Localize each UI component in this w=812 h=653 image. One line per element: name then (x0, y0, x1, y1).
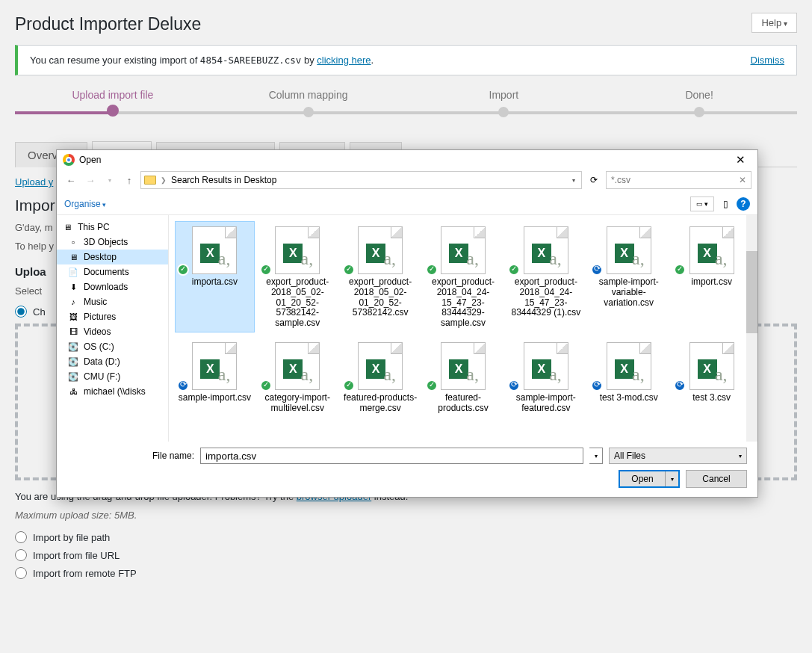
upload-sublink[interactable]: Upload y (15, 176, 53, 188)
file-item[interactable]: Xa,featured-products.csv (424, 337, 503, 418)
file-item[interactable]: Xa,featured-products-merge.csv (341, 337, 421, 418)
open-dropdown[interactable]: ▾ (665, 471, 678, 486)
breadcrumb[interactable]: ❯ Search Results in Desktop ▾ (140, 171, 582, 189)
sidebar-item[interactable]: 💽CMU (F:) (57, 369, 168, 384)
file-name: featured-products-merge.csv (343, 393, 418, 414)
file-name: test 3-mod.csv (591, 393, 666, 403)
folder-icon: 💽 (67, 356, 79, 367)
search-input[interactable]: *.csv ✕ (606, 171, 751, 189)
resume-link[interactable]: clicking here (317, 55, 371, 66)
check-icon (177, 264, 189, 276)
preview-pane-button[interactable]: ▯ (717, 196, 734, 211)
breadcrumb-dropdown[interactable]: ▾ (569, 177, 578, 184)
file-item[interactable]: Xa,export_product-2018_04_24-15_47_23-83… (506, 221, 586, 332)
check-icon (260, 264, 272, 276)
notice-text: You can resume your existing import of (30, 55, 200, 66)
file-name: export_product-2018_04_24-15_47_23-83444… (508, 277, 583, 318)
excel-icon: X (532, 244, 551, 263)
forward-button[interactable]: → (82, 172, 99, 188)
file-name: import.csv (674, 277, 749, 288)
file-item[interactable]: Xa,sample-import-featured.csv (506, 337, 586, 418)
stepper: Upload import file Column mapping Import… (15, 89, 797, 110)
file-name: export_product-2018_04_24-15_47_23-83444… (426, 277, 501, 329)
file-name: sample-import-featured.csv (508, 393, 583, 414)
sidebar-item[interactable]: ▫3D Objects (57, 235, 168, 250)
file-item[interactable]: Xa,category-import-multilevel.csv (258, 337, 338, 418)
sidebar-item[interactable]: 🖧michael (\\disks (57, 384, 168, 399)
cancel-button[interactable]: Cancel (686, 470, 747, 488)
choose-file-radio[interactable] (15, 306, 27, 318)
excel-icon: X (449, 244, 468, 263)
sidebar-item[interactable]: 💽OS (C:) (57, 339, 168, 354)
filename-input[interactable] (200, 448, 583, 464)
sidebar-item[interactable]: 🖥Desktop (57, 250, 168, 264)
dismiss-link[interactable]: Dismiss (751, 55, 785, 66)
close-icon[interactable]: ✕ (729, 153, 751, 167)
file-item[interactable]: Xa,test 3-mod.csv (589, 337, 669, 418)
check-icon (508, 264, 520, 276)
filetype-filter[interactable]: All Files (609, 448, 747, 464)
file-item[interactable]: Xa,sample-import.csv (175, 337, 255, 418)
excel-icon: X (366, 244, 385, 263)
sidebar-item[interactable]: 🖼Pictures (57, 309, 168, 324)
clear-search-icon[interactable]: ✕ (739, 175, 746, 185)
sidebar-item[interactable]: 💽Data (D:) (57, 354, 168, 369)
file-item[interactable]: Xa,export_product-2018_04_24-15_47_23-83… (424, 221, 503, 332)
notice-filename: 4854-SAREEBUZZ.csv (200, 55, 301, 66)
filename-label: File name: (67, 451, 194, 461)
sidebar-item[interactable]: 🎞Videos (57, 324, 168, 339)
file-name: test 3.csv (674, 393, 749, 403)
folder-icon: 💽 (67, 371, 79, 382)
help-icon[interactable]: ? (737, 197, 750, 211)
max-size: Maximum upload size: 5MB. (15, 510, 797, 521)
file-item[interactable]: Xa,importa.csv (175, 221, 255, 332)
filename-history-dropdown[interactable]: ▾ (589, 448, 603, 464)
folder-icon: ▫ (67, 237, 79, 247)
file-item[interactable]: Xa,export_product-2018_05_02-01_20_52-57… (341, 221, 421, 332)
file-grid[interactable]: Xa,importa.csvXa,export_product-2018_05_… (169, 215, 757, 442)
file-name: featured-products.csv (426, 393, 501, 414)
sidebar-item[interactable]: ⬇Downloads (57, 279, 168, 294)
folder-icon: 🖧 (67, 386, 79, 397)
sidebar-item[interactable]: ♪Music (57, 294, 168, 309)
refresh-button[interactable]: ⟳ (585, 171, 603, 189)
organise-menu[interactable]: Organise (64, 199, 106, 209)
file-open-dialog: Open ✕ ← → ▾ ↑ ❯ Search Results in Deskt… (56, 149, 758, 498)
sync-icon (508, 380, 520, 392)
file-item[interactable]: Xa,test 3.csv (672, 337, 751, 418)
excel-icon: X (532, 359, 551, 379)
excel-icon: X (200, 244, 220, 263)
file-item[interactable]: Xa,export_product-2018_05_02-01_20_52-57… (258, 221, 338, 332)
sidebar-item[interactable]: 🖥This PC (57, 220, 168, 235)
excel-icon: X (615, 244, 634, 263)
recent-dropdown[interactable]: ▾ (102, 172, 118, 188)
chevron-right-icon: ❯ (161, 176, 167, 184)
excel-icon: X (615, 359, 634, 379)
file-item[interactable]: Xa,sample-import-variable-variation.csv (589, 221, 669, 332)
opt-fileurl[interactable] (15, 549, 27, 561)
help-button[interactable]: Help (751, 13, 797, 33)
sync-icon (674, 380, 686, 392)
folder-tree[interactable]: 🖥This PC▫3D Objects🖥Desktop📄Documents⬇Do… (57, 215, 169, 442)
open-button[interactable]: Open▾ (619, 470, 680, 488)
opt-filepath[interactable] (15, 531, 27, 543)
folder-icon: 💽 (67, 341, 79, 352)
file-item[interactable]: Xa,import.csv (672, 221, 751, 332)
sync-icon (177, 380, 189, 392)
folder-icon: 🖼 (67, 312, 79, 322)
folder-icon: ⬇ (67, 282, 79, 292)
resume-notice: You can resume your existing import of 4… (15, 45, 797, 75)
file-name: export_product-2018_05_02-01_20_52-57382… (260, 277, 335, 329)
opt-ftp[interactable] (15, 567, 27, 579)
folder-icon: ♪ (67, 297, 79, 307)
chrome-icon (63, 154, 75, 166)
up-button[interactable]: ↑ (121, 172, 137, 188)
page-title: Product Importer Deluxe (15, 7, 201, 37)
view-mode-dropdown[interactable]: ▭ ▾ (690, 196, 714, 211)
file-name: importa.csv (177, 277, 252, 288)
dialog-title: Open (79, 155, 101, 165)
sidebar-item[interactable]: 📄Documents (57, 264, 168, 279)
check-icon (426, 380, 438, 392)
back-button[interactable]: ← (63, 172, 79, 188)
file-name: sample-import-variable-variation.csv (591, 277, 666, 308)
